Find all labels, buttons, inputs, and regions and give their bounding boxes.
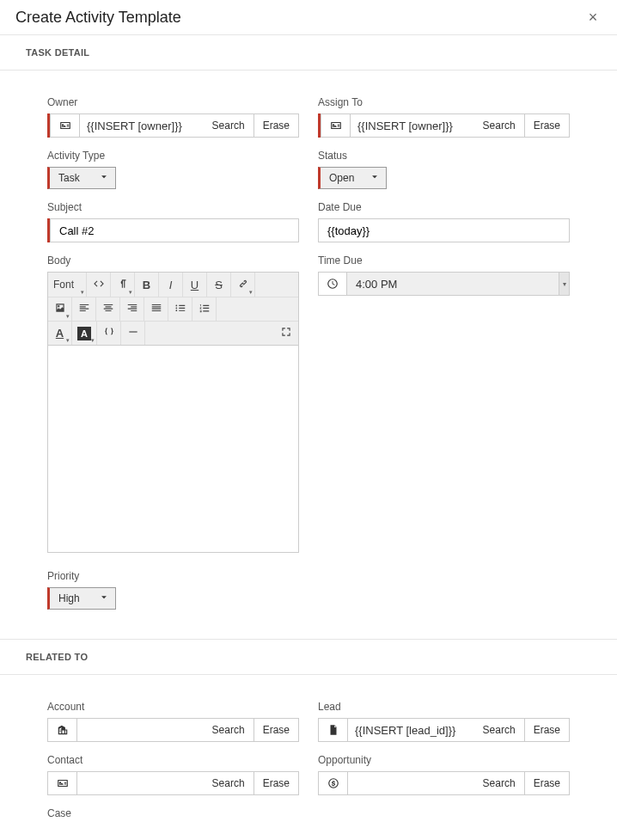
rte-align-right-button[interactable]: [120, 297, 144, 321]
id-card-icon: [47, 771, 76, 795]
rte-textcolor-button[interactable]: A▾: [48, 322, 72, 345]
time-due-select[interactable]: 4:00 PM: [347, 272, 559, 296]
body-textarea[interactable]: [48, 346, 298, 552]
account-search-button[interactable]: Search: [204, 718, 254, 742]
rte-toolbar: Font▾ ▾ B I U S ▾ ▾: [48, 273, 298, 346]
assign-to-input[interactable]: [350, 113, 474, 138]
rte-underline-button[interactable]: U: [183, 273, 207, 297]
rte-spacer: [145, 322, 274, 345]
contact-search-button[interactable]: Search: [204, 771, 254, 795]
close-button[interactable]: ×: [584, 9, 602, 26]
bg-color-icon: A: [77, 327, 91, 340]
assign-to-erase-button[interactable]: Erase: [525, 113, 570, 138]
align-right-icon: [126, 302, 138, 316]
status-value: Open: [321, 172, 378, 184]
align-left-icon: [78, 302, 90, 316]
status-select[interactable]: Open: [318, 167, 387, 189]
account-input-group: Search Erase: [47, 718, 299, 742]
account-erase-button[interactable]: Erase: [254, 718, 299, 742]
date-due-input-wrap: [318, 218, 570, 242]
task-detail-form: Owner Search Erase Assign To Search Eras…: [0, 71, 617, 639]
bold-icon: B: [143, 279, 150, 291]
strikethrough-icon: S: [215, 279, 223, 291]
lead-input-group: Search Erase: [318, 718, 570, 742]
priority-value: High: [50, 592, 104, 604]
rte-hr-button[interactable]: [121, 322, 145, 345]
rte-strike-button[interactable]: S: [207, 273, 231, 297]
list-ul-icon: [174, 302, 186, 316]
priority-select[interactable]: High: [47, 587, 116, 610]
rte-code-button[interactable]: [87, 273, 111, 297]
subject-label: Subject: [47, 201, 299, 213]
section-related-to: RELATED TO: [0, 639, 617, 675]
lead-search-button[interactable]: Search: [474, 718, 525, 742]
align-justify-icon: [150, 302, 162, 316]
chevron-down-icon: ▾: [66, 313, 70, 320]
owner-input[interactable]: [79, 113, 204, 138]
rte-image-button[interactable]: ▾: [48, 297, 72, 321]
time-due-stepper[interactable]: ▾: [559, 272, 570, 296]
status-label: Status: [318, 150, 570, 162]
rte-bold-button[interactable]: B: [135, 273, 159, 297]
rte-align-left-button[interactable]: [72, 297, 96, 321]
rte-spacer: [255, 273, 298, 297]
rte-align-justify-button[interactable]: [144, 297, 168, 321]
rte-fullscreen-button[interactable]: [274, 322, 298, 345]
page-title: Create Activity Template: [15, 9, 181, 27]
document-icon: [318, 718, 347, 742]
case-label: Case: [47, 807, 299, 819]
date-due-label: Date Due: [318, 201, 570, 213]
expand-icon: [280, 326, 292, 340]
rte-align-center-button[interactable]: [96, 297, 120, 321]
subject-input[interactable]: [50, 218, 299, 242]
rte-italic-button[interactable]: I: [159, 273, 183, 297]
rte-bgcolor-button[interactable]: A▾: [72, 322, 97, 345]
lead-input[interactable]: [347, 718, 474, 742]
contact-label: Contact: [47, 754, 299, 766]
account-input[interactable]: [76, 718, 204, 742]
rte-ol-button[interactable]: [192, 297, 217, 321]
lead-erase-button[interactable]: Erase: [525, 718, 570, 742]
assign-to-search-button[interactable]: Search: [474, 113, 525, 138]
lead-label: Lead: [318, 701, 570, 713]
owner-input-group: Search Erase: [47, 113, 299, 138]
paragraph-icon: [117, 278, 129, 292]
contact-input-group: Search Erase: [47, 771, 299, 795]
chevron-down-icon: ▾: [129, 289, 132, 296]
rte-font-label: Font: [53, 279, 74, 291]
opportunity-input[interactable]: [347, 771, 474, 795]
date-due-input[interactable]: [318, 218, 570, 242]
clock-icon: [318, 272, 347, 296]
close-icon: ×: [589, 9, 598, 26]
rte-font-button[interactable]: Font▾: [48, 273, 87, 297]
contact-input[interactable]: [76, 771, 204, 795]
building-icon: [47, 718, 76, 742]
time-due-value: 4:00 PM: [356, 278, 397, 291]
list-ol-icon: [199, 302, 211, 316]
rte-link-button[interactable]: ▾: [231, 273, 255, 297]
rte-ul-button[interactable]: [168, 297, 192, 321]
section-task-detail: TASK DETAIL: [0, 34, 617, 71]
modal-header: Create Activity Template ×: [0, 0, 617, 34]
owner-erase-button[interactable]: Erase: [254, 113, 299, 138]
subject-input-wrap: [47, 218, 299, 242]
underline-icon: U: [191, 279, 199, 291]
assign-to-label: Assign To: [318, 96, 570, 108]
rte-paragraph-button[interactable]: ▾: [111, 273, 135, 297]
owner-search-button[interactable]: Search: [204, 113, 254, 138]
owner-label: Owner: [47, 96, 299, 108]
rte-braces-button[interactable]: [97, 322, 121, 345]
assign-to-input-group: Search Erase: [318, 113, 570, 138]
braces-icon: [103, 326, 115, 340]
contact-erase-button[interactable]: Erase: [254, 771, 299, 795]
id-card-icon: [321, 113, 350, 138]
opportunity-search-button[interactable]: Search: [474, 771, 525, 795]
opportunity-erase-button[interactable]: Erase: [525, 771, 570, 795]
priority-label: Priority: [47, 570, 299, 582]
activity-type-label: Activity Type: [47, 150, 299, 162]
activity-type-select[interactable]: Task: [47, 167, 116, 189]
opportunity-label: Opportunity: [318, 754, 570, 766]
activity-type-value: Task: [50, 172, 104, 184]
time-due-group: 4:00 PM ▾: [318, 272, 570, 296]
rte-spacer: [217, 297, 298, 321]
